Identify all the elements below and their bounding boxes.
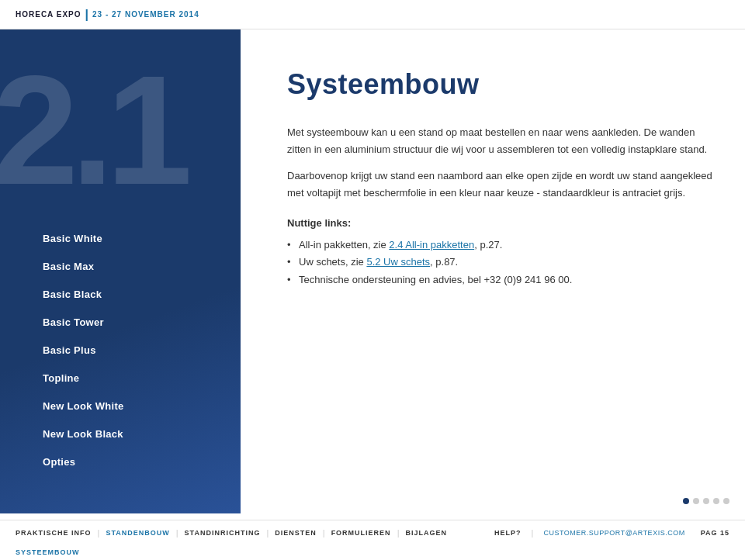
footer-page-number: 15: [720, 529, 729, 537]
section-number: 2.1: [0, 53, 185, 208]
footer-nav-standinrichting[interactable]: STANDINRICHTING: [185, 529, 261, 537]
sidebar-link-new-look-black[interactable]: New Look Black: [43, 428, 123, 440]
dot-5: [723, 498, 729, 504]
footer-nav-formulieren[interactable]: FORMULIEREN: [331, 529, 391, 537]
footer-sub-item[interactable]: SYSTEEMBOUW: [16, 548, 80, 556]
footer-line1: PRAKTISCHE INFO | STANDENBOUW | STANDINR…: [0, 520, 745, 544]
sidebar-item-opties[interactable]: Opties: [43, 455, 124, 468]
link-text-before-2: Uw schets, zie: [299, 256, 366, 268]
link-uw-schets[interactable]: 5.2 Uw schets: [366, 256, 430, 268]
sidebar-item-new-look-black[interactable]: New Look Black: [43, 427, 124, 441]
sidebar-item-basic-tower[interactable]: Basic Tower: [43, 315, 124, 329]
header-separator: |: [85, 8, 88, 22]
link-text-after-1: , p.27.: [474, 239, 502, 251]
links-list: All-in pakketten, zie 2.4 All-in pakkett…: [287, 237, 714, 288]
footer-sep-3: |: [266, 528, 269, 538]
link-text-before-1: All-in pakketten, zie: [299, 239, 389, 251]
sidebar-link-opties[interactable]: Opties: [43, 456, 75, 468]
footer-help-sep: |: [532, 528, 534, 538]
footer-help-label: HELP?: [494, 529, 522, 537]
dot-1: [683, 498, 689, 504]
dot-4: [713, 498, 719, 504]
dot-2: [693, 498, 699, 504]
list-item-3: Technische ondersteuning en advies, bel …: [287, 271, 714, 289]
header-date: 23 - 27 NOVEMBER 2014: [92, 10, 199, 19]
footer-help-email[interactable]: CUSTOMER.SUPPORT@ARTEXIS.COM: [543, 529, 684, 537]
sidebar-link-basic-black[interactable]: Basic Black: [43, 289, 102, 300]
page: HORECA EXPO | 23 - 27 NOVEMBER 2014 2.1 …: [0, 0, 745, 560]
footer-sep-1: |: [98, 528, 100, 538]
footer-nav-praktische-info[interactable]: PRAKTISCHE INFO: [16, 529, 92, 537]
footer-help: HELP? | CUSTOMER.SUPPORT@ARTEXIS.COM: [494, 528, 685, 538]
sidebar-item-basic-max[interactable]: Basic Max: [43, 259, 124, 273]
dot-3: [703, 498, 709, 504]
footer-page-label: PAG: [701, 529, 720, 537]
footer-page: PAG 15: [701, 529, 729, 537]
sidebar-link-basic-white[interactable]: Basic White: [43, 233, 102, 244]
footer-sep-4: |: [323, 528, 325, 538]
paragraph-2: Daarbovenop krijgt uw stand een naambord…: [287, 168, 714, 202]
sidebar-link-new-look-white[interactable]: New Look White: [43, 400, 124, 412]
nuttige-links-title: Nuttige links:: [287, 217, 714, 229]
sidebar-link-basic-tower[interactable]: Basic Tower: [43, 316, 104, 328]
list-item-1: All-in pakketten, zie 2.4 All-in pakkett…: [287, 237, 714, 254]
link-text-after-2: , p.87.: [430, 256, 458, 268]
footer-sep-5: |: [397, 528, 400, 538]
sidebar-link-basic-max[interactable]: Basic Max: [43, 261, 94, 272]
footer-sep-2: |: [176, 528, 178, 538]
dots-indicator: [683, 498, 729, 504]
paragraph-1: Met systeembouw kan u een stand op maat …: [287, 124, 714, 158]
brand-name: HORECA EXPO: [16, 10, 81, 19]
footer-nav: PRAKTISCHE INFO | STANDENBOUW | STANDINR…: [16, 528, 494, 538]
sidebar-item-basic-white[interactable]: Basic White: [43, 231, 124, 245]
sidebar-link-topline[interactable]: Topline: [43, 372, 79, 384]
sidebar-link-basic-plus[interactable]: Basic Plus: [43, 344, 96, 356]
sidebar-item-basic-black[interactable]: Basic Black: [43, 287, 124, 301]
sidebar: 2.1 Basic White Basic Max Basic Black Ba…: [0, 29, 241, 513]
footer: PRAKTISCHE INFO | STANDENBOUW | STANDINR…: [0, 520, 745, 560]
sidebar-item-topline[interactable]: Topline: [43, 371, 124, 385]
main-content: Systeembouw Met systeembouw kan u een st…: [241, 29, 745, 513]
footer-nav-bijlagen[interactable]: BIJLAGEN: [405, 529, 447, 537]
link-allin-pakketten[interactable]: 2.4 All-in pakketten: [389, 239, 474, 251]
link-text-3: Technische ondersteuning en advies, bel …: [299, 274, 572, 285]
footer-nav-standenbouw[interactable]: STANDENBOUW: [106, 529, 169, 537]
footer-line2: SYSTEEMBOUW: [0, 544, 745, 560]
list-item-2: Uw schets, zie 5.2 Uw schets, p.87.: [287, 254, 714, 271]
section-title: Systeembouw: [287, 68, 714, 101]
footer-nav-diensten[interactable]: DIENSTEN: [275, 529, 317, 537]
sidebar-item-basic-plus[interactable]: Basic Plus: [43, 343, 124, 357]
header: HORECA EXPO | 23 - 27 NOVEMBER 2014: [0, 0, 745, 29]
sidebar-item-new-look-white[interactable]: New Look White: [43, 399, 124, 413]
sidebar-nav: Basic White Basic Max Basic Black Basic …: [43, 231, 124, 482]
